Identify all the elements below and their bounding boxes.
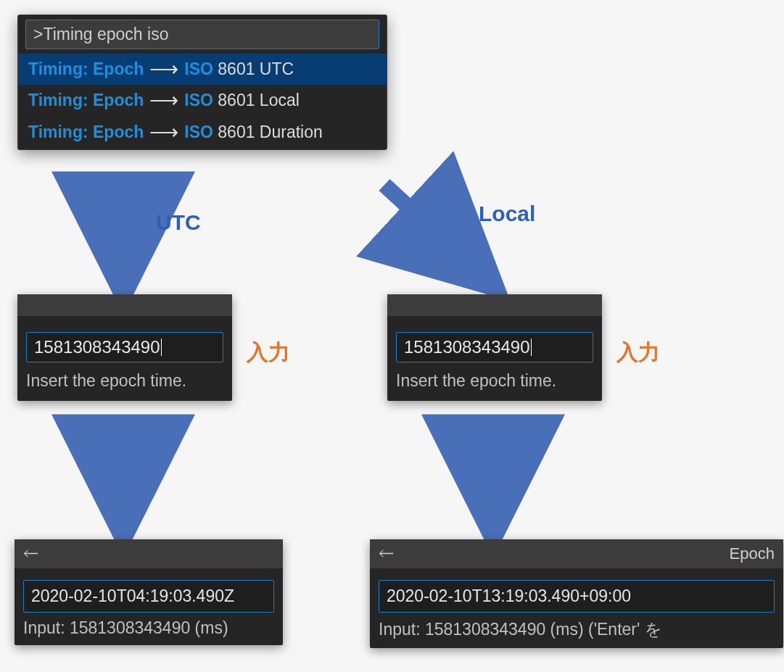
text-caret [161, 339, 162, 356]
palette-item-epoch: Epoch [93, 120, 144, 144]
svg-line-1 [384, 185, 479, 272]
epoch-input-box-local: 1581308343490 Insert the epoch time. [387, 294, 602, 401]
arrow-right-icon: ⟶ [149, 91, 178, 111]
command-palette-input[interactable]: >Timing epoch iso [25, 20, 379, 49]
palette-item-suffix: 8601 Duration [218, 120, 323, 144]
result-titlebar: 🡐 [15, 539, 283, 568]
palette-item-suffix: 8601 Local [218, 88, 300, 112]
flow-label-utc: UTC [156, 210, 201, 235]
flow-label-local: Local [479, 202, 535, 226]
result-hint: Input: 1581308343490 (ms) ('Enter' を [370, 618, 783, 648]
result-output[interactable]: 2020-02-10T13:19:03.490+09:00 [379, 580, 775, 613]
palette-item-iso: ISO [184, 57, 213, 81]
result-hint: Input: 1581308343490 (ms) [15, 618, 283, 645]
command-palette: >Timing epoch iso Timing: Epoch ⟶ ISO 86… [17, 14, 387, 150]
palette-item-iso: ISO [184, 88, 213, 112]
palette-item-prefix: Timing: [28, 57, 88, 81]
palette-item-epoch: Epoch [93, 88, 144, 112]
palette-item-iso: ISO [184, 120, 213, 144]
epoch-input-box-utc: 1581308343490 Insert the epoch time. [17, 294, 232, 401]
palette-item-prefix: Timing: [28, 120, 88, 144]
palette-item-epoch: Epoch [93, 57, 144, 81]
epoch-input-hint: Insert the epoch time. [387, 370, 602, 401]
text-caret [531, 339, 532, 356]
side-label-input-utc: 入力 [247, 338, 290, 368]
panel-titlebar [17, 294, 232, 316]
result-box-local: 🡐 Epoch 2020-02-10T13:19:03.490+09:00 In… [370, 539, 783, 648]
result-header-label: Epoch [730, 544, 775, 563]
epoch-input-value: 1581308343490 [404, 337, 530, 357]
epoch-input-value: 1581308343490 [34, 337, 160, 357]
arrow-right-icon: ⟶ [149, 123, 178, 143]
palette-item-suffix: 8601 UTC [218, 57, 294, 81]
palette-item-utc[interactable]: Timing: Epoch ⟶ ISO 8601 UTC [18, 54, 387, 85]
epoch-input[interactable]: 1581308343490 [26, 332, 223, 362]
result-output[interactable]: 2020-02-10T04:19:03.490Z [23, 580, 274, 613]
palette-item-local[interactable]: Timing: Epoch ⟶ ISO 8601 Local [18, 85, 387, 116]
back-icon[interactable]: 🡐 [379, 544, 395, 563]
epoch-input[interactable]: 1581308343490 [396, 332, 593, 362]
back-icon[interactable]: 🡐 [23, 544, 39, 563]
panel-titlebar [387, 294, 602, 316]
result-box-utc: 🡐 2020-02-10T04:19:03.490Z Input: 158130… [15, 539, 283, 645]
side-label-input-local: 入力 [616, 338, 660, 368]
palette-item-duration[interactable]: Timing: Epoch ⟶ ISO 8601 Duration [18, 117, 387, 148]
palette-item-prefix: Timing: [28, 88, 88, 112]
epoch-input-hint: Insert the epoch time. [17, 370, 232, 401]
arrow-right-icon: ⟶ [149, 59, 178, 80]
result-titlebar: 🡐 Epoch [370, 539, 783, 568]
